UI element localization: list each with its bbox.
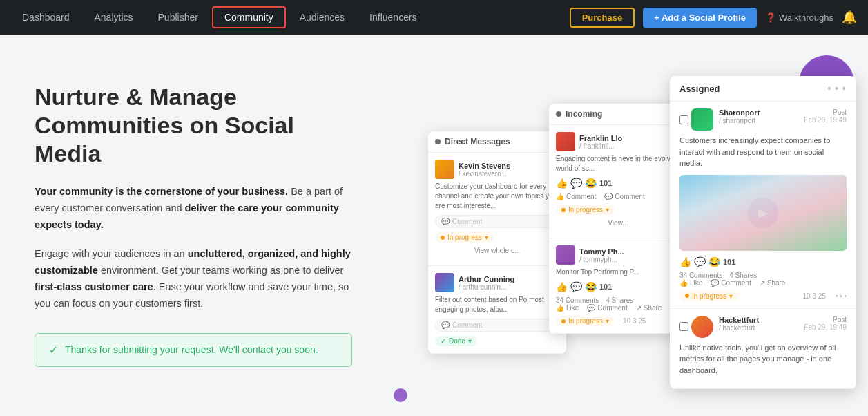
incoming-status-1[interactable]: In progress ▾	[556, 205, 615, 215]
incoming-reactions-1: 👍 💬 😂 101	[556, 178, 680, 189]
incoming-reactions-2: 👍 💬 😂 101	[556, 281, 680, 292]
avatar-hackettfurt	[691, 316, 713, 338]
hero-body-1: Your community is the cornerstone of you…	[35, 184, 352, 234]
dm-status-1[interactable]: In progress ▾	[435, 232, 494, 243]
checkmark-icon: ✓	[49, 343, 58, 357]
hero-section: Nurture & Manage Communities on Social M…	[0, 35, 387, 416]
question-icon: ❓	[765, 12, 776, 23]
assigned-header: Assigned • • •	[670, 76, 856, 102]
assigned-item-2: Hackettfurt / hackettfurt Post Feb 29, 1…	[670, 309, 856, 390]
incoming-action-1: 👍Comment 💬 Comment	[556, 193, 680, 200]
dm-view-1[interactable]: View whole c...	[435, 243, 559, 258]
panel-direct-messages: Direct Messages Kevin Stevens / kevinste…	[428, 131, 566, 354]
nav-analytics[interactable]: Analytics	[84, 8, 144, 27]
status-dot-1	[441, 236, 445, 240]
assigned-reactions-1: 👍 💬 😂 101	[679, 256, 847, 267]
dm-status-2[interactable]: ✓ Done ▾	[435, 336, 477, 346]
dm-item-1: Kevin Stevens / kevinstevero... Customiz…	[428, 153, 566, 266]
incoming-view-1[interactable]: View...	[556, 215, 680, 231]
nav-links: Dashboard Analytics Publisher Community …	[11, 6, 570, 28]
assigned-checkbox-2[interactable]	[679, 322, 688, 331]
screenshot-area: Direct Messages Kevin Stevens / kevinste…	[387, 35, 868, 416]
purchase-button[interactable]: Purchase	[570, 8, 635, 28]
assigned-item-1: Sharonport / sharonport Post Feb 29, 19:…	[670, 102, 856, 309]
comment-icon-1: 💬	[441, 218, 450, 225]
navbar: Dashboard Analytics Publisher Community …	[0, 0, 868, 35]
like-btn-2[interactable]: 👍 Like	[556, 304, 579, 312]
dm-item-2: Arthur Cunning / arthurcunnin... Filter …	[428, 266, 566, 354]
dm-dot	[435, 139, 441, 144]
panel-incoming: Incoming Franklin Llo / franklinli... En…	[549, 104, 687, 334]
incoming-dot	[556, 111, 561, 117]
assigned-stats-1: 34 Comments 4 Shares	[679, 272, 847, 279]
hero-body-2: Engage with your audiences in an unclutt…	[35, 246, 352, 312]
video-thumbnail[interactable]: ▶	[679, 175, 847, 251]
assigned-comment-1[interactable]: 💬 Comment	[711, 279, 751, 287]
like-btn-1[interactable]: 👍Comment	[556, 193, 596, 200]
deco-circle-small	[394, 388, 407, 402]
hero-title: Nurture & Manage Communities on Social M…	[35, 83, 352, 167]
assigned-options-icon[interactable]: • • •	[828, 83, 847, 94]
dm-comment-bar-2[interactable]: 💬 Comment	[435, 319, 559, 332]
comment-icon-2: 💬	[441, 321, 450, 329]
avatar-sharonport	[691, 108, 713, 131]
incoming-stats-2: 34 Comments 4 Shares	[556, 296, 680, 304]
assigned-like-1[interactable]: 👍 Like	[679, 279, 702, 287]
notification-bell-icon[interactable]: 🔔	[842, 10, 857, 25]
screenshot-panels: Direct Messages Kevin Stevens / kevinste…	[428, 76, 868, 416]
video-bg	[679, 175, 847, 251]
done-check: ✓	[441, 337, 446, 345]
dm-panel-header: Direct Messages	[428, 131, 566, 153]
nav-audiences[interactable]: Audiences	[289, 8, 356, 27]
nav-publisher[interactable]: Publisher	[147, 8, 209, 27]
avatar-tommy	[556, 245, 575, 265]
panel-assigned: Assigned • • • Sharonport / sharonport	[670, 76, 856, 389]
avatar-arthur	[435, 273, 454, 292]
incoming-status-2[interactable]: In progress ▾	[556, 316, 615, 326]
main-content: Nurture & Manage Communities on Social M…	[0, 35, 868, 416]
success-banner: ✓ Thanks for submitting your request. We…	[35, 333, 352, 367]
nav-right: Purchase + Add a Social Profile ❓ Walkth…	[570, 8, 857, 28]
incoming-item-1: Franklin Llo / franklinli... Engaging co…	[549, 125, 687, 238]
share-btn-2[interactable]: ↗ Share	[636, 304, 662, 312]
comment-btn-1[interactable]: 💬 Comment	[604, 193, 644, 200]
avatar-kevin	[435, 160, 454, 179]
comment-btn-2[interactable]: 💬 Comment	[587, 304, 627, 312]
assigned-status-1[interactable]: In progress ▾	[679, 291, 738, 301]
walkthroughs-link[interactable]: ❓ Walkthroughs	[765, 12, 833, 23]
nav-influencers[interactable]: Influencers	[358, 8, 427, 27]
incoming-header: Incoming	[549, 104, 687, 125]
avatar-franklin	[556, 132, 575, 151]
assigned-share-1[interactable]: ↗ Share	[760, 279, 786, 287]
add-social-button[interactable]: + Add a Social Profile	[643, 8, 757, 28]
incoming-item-2: Tommy Ph... / tommyph... Monitor Top Per…	[549, 238, 687, 334]
nav-community[interactable]: Community	[212, 6, 286, 28]
nav-dashboard[interactable]: Dashboard	[11, 8, 81, 27]
assigned-checkbox-1[interactable]	[679, 115, 688, 124]
dm-comment-bar-1[interactable]: 💬 Comment	[435, 215, 559, 228]
